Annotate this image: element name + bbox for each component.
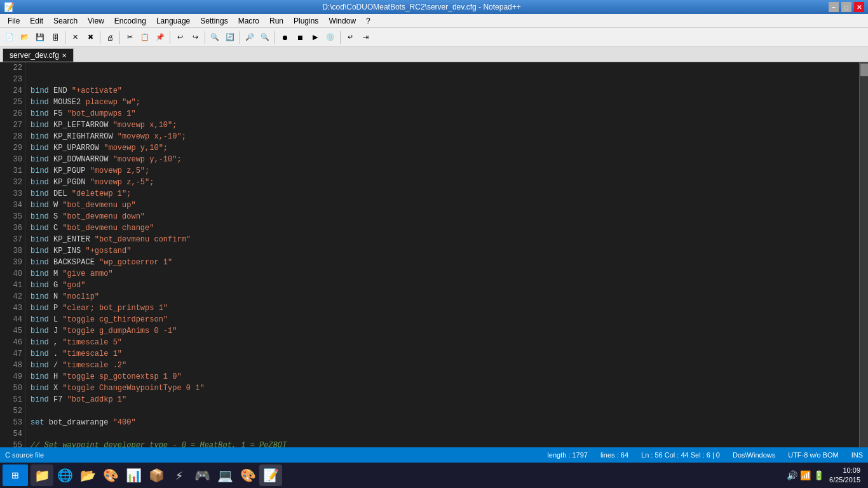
taskbar-icon-paint[interactable]: 🎨: [236, 464, 259, 486]
line-numbers: 2223242526272829303132333435363738394041…: [0, 62, 25, 447]
macro-save[interactable]: 💿: [323, 30, 337, 44]
taskbar-icon-chrome[interactable]: 🌐: [53, 464, 76, 486]
taskbar-icon-notepad[interactable]: 📝: [259, 464, 282, 486]
taskbar-icon-blender[interactable]: 🎨: [99, 464, 122, 486]
toolbar: 📄 📂 💾 🗄 ✕ ✖ 🖨 ✂ 📋 📌 ↩ ↪ 🔍 🔄 🔎 🔍 ⏺ ⏹ ▶ 💿 …: [0, 28, 868, 47]
redo-button[interactable]: ↪: [188, 30, 202, 44]
indent-button[interactable]: ⇥: [358, 30, 372, 44]
zoom-in-button[interactable]: 🔎: [243, 30, 257, 44]
scrollbar-thumb[interactable]: [860, 64, 868, 76]
copy-button[interactable]: 📋: [138, 30, 152, 44]
taskbar-icon-filezilla[interactable]: ⚡: [168, 464, 191, 486]
code-line-47: bind H "toggle sp_gotonextsp 1 0": [31, 371, 854, 383]
new-button[interactable]: 📄: [3, 30, 17, 44]
close-button[interactable]: ✕: [68, 30, 82, 44]
tray-battery: 🔋: [813, 470, 824, 480]
code-line-30: bind KP_PGDN "movewp z,-5";: [31, 177, 854, 188]
taskbar: ⊞ 📁 🌐 📂 🎨 📊 📦 ⚡ 🎮 💻 🎨 📝 🔊 📶 🔋 10:09 6/25…: [0, 463, 868, 488]
code-line-37: bind BACKSPACE "wp_gotoerror 1": [31, 257, 854, 268]
system-clock[interactable]: 10:09 6/25/2015: [829, 466, 860, 485]
find-button[interactable]: 🔍: [208, 30, 222, 44]
menu-view[interactable]: View: [83, 15, 109, 27]
menu-help[interactable]: ?: [361, 15, 376, 27]
save-button[interactable]: 💾: [33, 30, 47, 44]
tab-server-dev-cfg[interactable]: server_dev.cfg ✕: [3, 48, 74, 62]
minimize-button[interactable]: –: [829, 2, 839, 12]
macro-play[interactable]: ▶: [308, 30, 322, 44]
code-line-31: bind DEL "deletewp 1";: [31, 188, 854, 200]
close-all-button[interactable]: ✖: [83, 30, 97, 44]
print-button[interactable]: 🖨: [103, 30, 117, 44]
menu-macro[interactable]: Macro: [233, 15, 264, 27]
code-line-45: bind . "timescale 1": [31, 348, 854, 360]
menu-settings[interactable]: Settings: [195, 15, 233, 27]
toolbar-sep-3: [119, 31, 120, 44]
code-line-49: bind F7 "bot_addkp 1": [31, 394, 854, 405]
start-button[interactable]: ⊞: [3, 464, 28, 486]
taskbar-icon-steam[interactable]: 💻: [214, 464, 236, 486]
length-label: length : 1797: [547, 451, 588, 459]
window-controls: – □ ✕: [829, 2, 864, 12]
macro-record[interactable]: ⏺: [278, 30, 292, 44]
code-line-28: bind KP_DOWNARROW "movewp y,-10";: [31, 154, 854, 165]
code-line-51: set bot_drawrange "400": [31, 417, 854, 428]
maximize-button[interactable]: □: [841, 2, 851, 12]
code-line-29: bind KP_PGUP "movewp z,5";: [31, 165, 854, 177]
menu-window[interactable]: Window: [323, 15, 361, 27]
tab-close-icon[interactable]: ✕: [62, 52, 67, 59]
code-line-26: bind KP_RIGHTARROW "movewp x,-10";: [31, 131, 854, 142]
taskbar-icon-folder[interactable]: 📂: [76, 464, 99, 486]
close-button[interactable]: ✕: [854, 2, 864, 12]
replace-button[interactable]: 🔄: [223, 30, 237, 44]
menu-language[interactable]: Language: [151, 15, 195, 27]
tray-volume: 📶: [800, 470, 811, 480]
taskbar-icon-app5[interactable]: 📦: [145, 464, 168, 486]
toolbar-sep-4: [170, 31, 170, 44]
vertical-scrollbar[interactable]: [859, 62, 868, 447]
paste-button[interactable]: 📌: [153, 30, 167, 44]
status-bar: C source file length : 1797 lines : 64 L…: [0, 447, 868, 463]
code-line-41: bind P "clear; bot_printwps 1": [31, 302, 854, 314]
code-line-42: bind L "toggle cg_thirdperson": [31, 314, 854, 325]
wordwrap-button[interactable]: ↵: [343, 30, 357, 44]
save-all-button[interactable]: 🗄: [48, 30, 62, 44]
tab-label: server_dev.cfg: [10, 51, 59, 60]
code-line-50: [31, 405, 854, 417]
position-label: Ln : 56 Col : 44 Sel : 6 | 0: [641, 451, 720, 459]
toolbar-sep-6: [240, 31, 240, 44]
tray-icons: 🔊 📶 🔋: [787, 470, 824, 480]
macro-stop[interactable]: ⏹: [293, 30, 307, 44]
code-line-23: bind MOUSE2 placewp "w";: [31, 97, 854, 108]
tray-network: 🔊: [787, 470, 797, 480]
menu-encoding[interactable]: Encoding: [109, 15, 151, 27]
code-line-53: // Set waypoint developer type - 0 = Mea…: [31, 440, 854, 447]
code-line-44: bind , "timescale 5": [31, 337, 854, 348]
lineending-label: Dos\Windows: [733, 451, 775, 459]
title-bar: 📝 D:\cod\CoDUOMeatBots_RC2\server_dev.cf…: [0, 0, 868, 14]
code-line-25: bind KP_LEFTARROW "movewp x,10";: [31, 119, 854, 131]
clock-time: 10:09: [829, 466, 860, 475]
tab-bar: server_dev.cfg ✕: [0, 47, 868, 62]
taskbar-icon-charts[interactable]: 📊: [122, 464, 145, 486]
taskbar-icon-game[interactable]: 🎮: [191, 464, 214, 486]
taskbar-icon-files[interactable]: 📁: [31, 464, 53, 486]
menu-plugins[interactable]: Plugins: [288, 15, 323, 27]
menu-file[interactable]: File: [3, 15, 25, 27]
menu-search[interactable]: Search: [48, 15, 83, 27]
code-line-32: bind W "bot_devmenu up": [31, 200, 854, 211]
code-line-48: bind X "toggle ChangeWaypointType 0 1": [31, 383, 854, 394]
insertmode-label: INS: [851, 451, 863, 459]
cut-button[interactable]: ✂: [123, 30, 137, 44]
editor-container: 2223242526272829303132333435363738394041…: [0, 62, 868, 447]
code-line-39: bind G "god": [31, 280, 854, 291]
code-line-46: bind / "timescale .2": [31, 360, 854, 371]
open-button[interactable]: 📂: [18, 30, 32, 44]
menu-edit[interactable]: Edit: [25, 15, 48, 27]
code-line-27: bind KP_UPARROW "movewp y,10";: [31, 142, 854, 154]
menu-run[interactable]: Run: [264, 15, 288, 27]
code-editor[interactable]: bind END "+activate"bind MOUSE2 placewp …: [25, 62, 859, 447]
undo-button[interactable]: ↩: [173, 30, 187, 44]
zoom-out-button[interactable]: 🔍: [258, 30, 272, 44]
clock-date: 6/25/2015: [829, 475, 860, 485]
code-line-38: bind M "give ammo": [31, 268, 854, 280]
